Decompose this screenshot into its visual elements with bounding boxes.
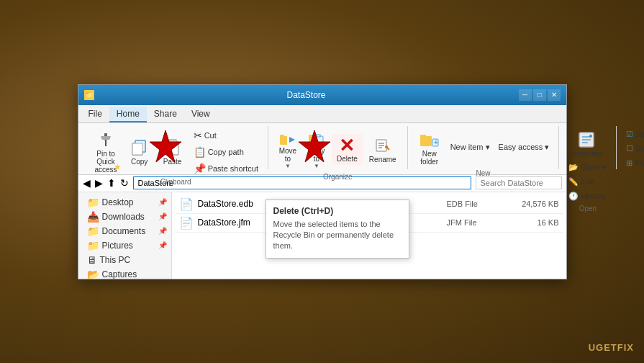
pin-to-quick-access-button[interactable]: ★ Pin toQuickaccess	[90, 127, 122, 176]
svg-rect-14	[309, 136, 316, 145]
menu-bar: File Home Share View	[78, 105, 566, 123]
svg-rect-25	[420, 135, 426, 138]
cut-button[interactable]: ✂ Cut	[190, 127, 262, 143]
invert-selection-button[interactable]: ⊞ Invert selection	[622, 156, 644, 170]
scissors-icon: ✂	[194, 130, 202, 141]
back-icon[interactable]: ◀	[83, 177, 91, 189]
svg-rect-11	[280, 136, 287, 145]
uncheck-icon: ☐	[626, 144, 633, 153]
properties-button[interactable]: Properties	[565, 127, 608, 160]
svg-point-32	[589, 135, 592, 138]
explorer-body: 📁 Desktop 📌 📥 Downloads 📌 📁 Documents 📌 …	[78, 192, 566, 279]
sidebar-item-thispc[interactable]: 🖥 This PC	[78, 253, 171, 267]
sidebar-item-documents[interactable]: 📁 Documents 📌	[78, 224, 171, 238]
paste-icon	[163, 138, 183, 158]
up-icon[interactable]: ⬆	[107, 177, 116, 189]
copy-icon	[130, 138, 150, 158]
downloads-folder-icon: 📥	[87, 211, 99, 223]
new-folder-button[interactable]: + Newfolder	[414, 127, 445, 168]
ribbon-group-new: + Newfolder New item ▾ Easy access ▾ New	[408, 126, 560, 169]
menu-file[interactable]: File	[81, 107, 109, 122]
file-icon-jfm: 📄	[179, 216, 194, 230]
copy-to-icon	[308, 130, 325, 147]
delete-button[interactable]: ✕ Delete	[332, 134, 363, 165]
new-label: New	[476, 169, 491, 177]
ribbon-group-select: ☑ Select all ☐ Select none ⊞ Invert sele…	[617, 126, 644, 169]
desktop-label: Desktop	[102, 197, 134, 207]
svg-marker-3	[101, 136, 111, 140]
rename-button[interactable]: Rename	[364, 133, 402, 166]
sidebar-item-desktop[interactable]: 📁 Desktop 📌	[78, 195, 171, 210]
ribbon-group-open: Properties 📂 Open ▾ ✏️ Edit 🕐 History Op…	[559, 126, 617, 169]
desktop-folder-icon: 📁	[87, 197, 99, 208]
minimize-button[interactable]: ─	[519, 89, 532, 101]
maximize-button[interactable]: □	[533, 89, 546, 101]
copy-path-button[interactable]: 📋 Copy path	[190, 144, 262, 160]
edit-button[interactable]: ✏️ Edit	[565, 175, 598, 189]
easy-access-label: Easy access ▾	[499, 143, 550, 152]
refresh-icon[interactable]: ↻	[120, 177, 129, 189]
select-none-button[interactable]: ☐ Select none	[622, 142, 644, 156]
title-bar-icons: 📁	[84, 90, 94, 100]
organize-buttons: Moveto ▼ Copyto ▼	[274, 127, 402, 171]
menu-home[interactable]: Home	[109, 107, 147, 122]
file-icon-edb: 📄	[179, 197, 194, 211]
svg-rect-24	[420, 136, 432, 146]
svg-point-23	[385, 145, 388, 148]
title-bar: 📁 DataStore ─ □ ✕	[78, 85, 566, 105]
svg-rect-17	[316, 135, 320, 137]
search-input[interactable]	[476, 176, 562, 189]
invert-icon: ⊞	[626, 158, 632, 168]
svg-text:+: +	[434, 138, 438, 146]
pictures-label: Pictures	[102, 241, 133, 251]
select-all-button[interactable]: ☑ Select all	[622, 127, 644, 141]
sidebar-item-downloads[interactable]: 📥 Downloads 📌	[78, 210, 171, 224]
tooltip-title: Delete (Ctrl+D)	[273, 206, 402, 216]
checkmark-icon: ☑	[626, 130, 633, 139]
menu-view[interactable]: View	[184, 107, 217, 122]
new-item-label: New item ▾	[450, 143, 490, 152]
svg-rect-9	[167, 142, 178, 155]
captures-label: Captures	[102, 269, 137, 279]
menu-share[interactable]: Share	[147, 107, 184, 122]
ribbon-group-organize: Moveto ▼ Copyto ▼	[268, 126, 408, 169]
tooltip-description: Move the selected items to the Recycle B…	[273, 219, 402, 252]
delete-label: Delete	[337, 155, 358, 163]
svg-rect-15	[309, 135, 313, 137]
captures-icon: 📂	[87, 269, 99, 279]
move-to-button[interactable]: Moveto ▼	[274, 127, 301, 171]
thispc-icon: 🖥	[87, 254, 97, 266]
copy-to-label: Copyto	[308, 147, 325, 163]
svg-rect-10	[169, 140, 176, 143]
paste-shortcut-button[interactable]: 📌 Paste shortcut	[190, 161, 262, 176]
window-controls[interactable]: ─ □ ✕	[519, 89, 561, 101]
open-button[interactable]: 📂 Open ▾	[565, 161, 610, 174]
forward-icon[interactable]: ▶	[95, 177, 103, 189]
move-to-arrow: ▼	[285, 163, 291, 169]
copy-button[interactable]: Copy	[124, 135, 155, 169]
svg-marker-13	[289, 137, 295, 143]
easy-access-button[interactable]: Easy access ▾	[495, 140, 553, 154]
close-button[interactable]: ✕	[548, 89, 561, 101]
file-type-jfm: JFM File	[447, 218, 504, 227]
svg-rect-2	[105, 140, 106, 146]
pin-icon: ★	[96, 130, 116, 150]
delete-icon: ✕	[339, 136, 355, 155]
copy-path-icon: 📋	[194, 146, 206, 158]
paste-shortcut-icon: 📌	[194, 163, 206, 174]
history-button[interactable]: 🕐 History	[565, 189, 609, 203]
copy-to-button[interactable]: Copyto ▼	[303, 127, 330, 171]
paste-shortcut-label: Paste shortcut	[208, 164, 258, 173]
pictures-folder-icon: 📁	[87, 240, 99, 251]
sidebar-item-pictures[interactable]: 📁 Pictures 📌	[78, 238, 171, 253]
sidebar-item-captures[interactable]: 📂 Captures	[78, 267, 171, 279]
paste-button[interactable]: Paste	[157, 135, 189, 169]
window-title: DataStore	[99, 90, 514, 100]
copy-path-label: Copy path	[208, 148, 244, 156]
new-folder-icon: +	[419, 130, 440, 150]
new-item-button[interactable]: New item ▾	[447, 140, 494, 154]
svg-rect-16	[316, 136, 323, 145]
edit-icon: ✏️	[568, 177, 579, 187]
new-buttons: + Newfolder New item ▾ Easy access ▾	[414, 127, 553, 168]
rename-icon	[373, 135, 393, 156]
